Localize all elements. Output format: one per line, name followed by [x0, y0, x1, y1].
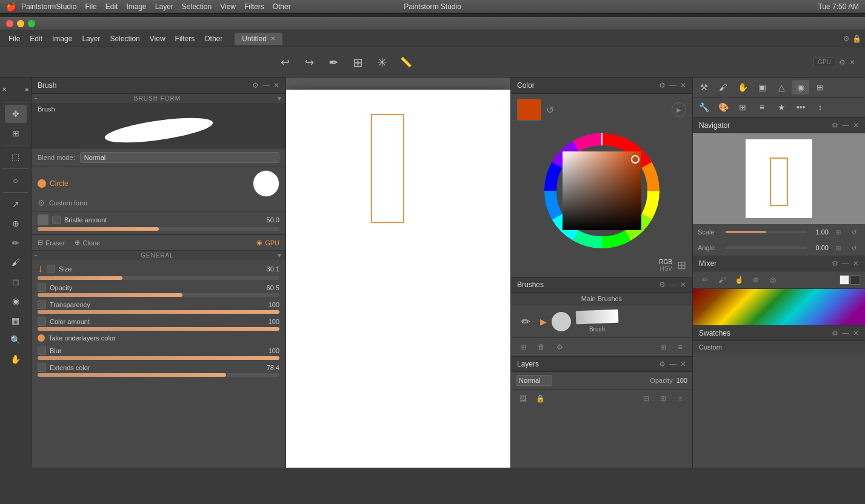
menu-layer-sys[interactable]: Layer — [155, 2, 173, 11]
layer-merge-visible[interactable]: ⊞ — [656, 392, 670, 405]
spray-button[interactable]: ✳ — [372, 53, 392, 72]
brush-panel-close[interactable]: ✕ — [273, 81, 279, 90]
angle-slider[interactable] — [726, 247, 807, 249]
scale-reset-btn[interactable]: ↺ — [848, 227, 860, 237]
mixer-finger-btn[interactable]: ☝ — [732, 274, 746, 286]
color-panel-close[interactable]: ✕ — [680, 81, 686, 90]
brush-item-pencil[interactable]: ✏ — [516, 312, 535, 331]
mixer-pencil-btn[interactable]: ✏ — [698, 274, 712, 286]
pencil-tool[interactable]: ✏ — [5, 234, 27, 252]
mixer-minimize[interactable]: — — [842, 259, 849, 268]
extends-slider[interactable] — [38, 373, 279, 377]
blend-mode-select[interactable]: Normal Multiply Screen Overlay — [80, 152, 279, 163]
mixer-settings[interactable]: ⚙ — [832, 259, 838, 268]
eraser-option[interactable]: ⊟ Eraser — [38, 239, 65, 247]
scale-slider[interactable] — [726, 231, 807, 233]
menu-selection[interactable]: Selection — [105, 33, 144, 45]
menu-view-sys[interactable]: View — [220, 2, 236, 11]
ruler-button[interactable]: 📏 — [396, 53, 416, 72]
minimize-button[interactable] — [17, 20, 24, 27]
layer-merge-down[interactable]: ⊟ — [639, 392, 653, 405]
layer-blend-select[interactable]: Normal Multiply — [516, 375, 552, 386]
menu-selection-sys[interactable]: Selection — [182, 2, 212, 11]
menu-filters[interactable]: Filters — [170, 33, 200, 45]
color-swatch[interactable] — [517, 99, 541, 121]
opacity-slider[interactable] — [38, 293, 279, 297]
apple-menu[interactable]: 🍎 — [6, 2, 16, 12]
menu-view[interactable]: View — [145, 33, 170, 45]
brushes-settings[interactable]: ⚙ — [659, 280, 666, 289]
mixer-pick-btn[interactable]: ◎ — [766, 274, 780, 286]
eraser-tool[interactable]: ◻ — [5, 273, 27, 291]
eyedropper-tool[interactable]: ⊕ — [5, 214, 27, 233]
layers-settings[interactable]: ⚙ — [659, 360, 666, 368]
color-wheel-svg[interactable] — [535, 124, 669, 257]
layers-minimize[interactable]: — — [669, 360, 676, 368]
menu-layer[interactable]: Layer — [77, 33, 105, 45]
extends-checkbox[interactable] — [38, 363, 46, 372]
undo-button[interactable]: ↩ — [275, 53, 295, 72]
clone-option[interactable]: ⊕ Clone — [75, 239, 100, 247]
brush-item-round[interactable] — [552, 312, 571, 331]
navigator-settings[interactable]: ⚙ — [832, 121, 838, 130]
canvas-area[interactable] — [286, 78, 510, 468]
fill-tool[interactable]: ◉ — [5, 292, 27, 310]
rt-shape-icon[interactable]: △ — [773, 80, 790, 94]
toolbar-close[interactable]: ✕ — [849, 58, 855, 67]
toolbar-settings[interactable]: ⚙ — [839, 58, 846, 67]
menu-file[interactable]: File — [4, 33, 25, 45]
layer-lock-icon[interactable]: 🔒 — [533, 392, 547, 405]
color-play-button[interactable]: ▶ — [672, 102, 686, 117]
menu-edit[interactable]: Edit — [25, 33, 47, 45]
custom-form-label[interactable]: Custom form — [49, 199, 87, 207]
angle-reset-btn[interactable]: ↺ — [848, 242, 860, 253]
select-rect-tool[interactable]: ⬚ — [5, 148, 27, 166]
navigator-minimize[interactable]: — — [842, 121, 849, 130]
menu-other[interactable]: Other — [199, 33, 227, 45]
brushes-delete[interactable]: 🗑 — [534, 340, 549, 354]
brushes-list-view[interactable]: ≡ — [673, 340, 687, 354]
maximize-button[interactable] — [28, 20, 35, 27]
transparency-checkbox[interactable] — [38, 300, 46, 309]
mixer-eyedrop-btn[interactable]: ⊕ — [749, 274, 763, 286]
opacity-checkbox[interactable] — [38, 284, 46, 292]
main-canvas[interactable] — [286, 90, 510, 468]
mixer-close[interactable]: ✕ — [853, 259, 859, 268]
swatches-close[interactable]: ✕ — [853, 329, 859, 337]
menu-other-sys[interactable]: Other — [273, 2, 291, 11]
take-underlayers-radio[interactable] — [38, 334, 45, 342]
mixer-canvas[interactable] — [693, 289, 865, 325]
general-minus[interactable]: − — [34, 252, 38, 259]
menu-image-sys[interactable]: Image — [126, 2, 146, 11]
rt-scroll-icon[interactable]: ↕ — [812, 100, 829, 114]
swatches-minimize[interactable]: — — [842, 329, 849, 337]
paint-brush-tool[interactable]: 🖌 — [5, 253, 27, 271]
circle-label[interactable]: Circle — [50, 179, 68, 188]
blur-checkbox[interactable] — [38, 346, 46, 355]
hsv-mode-label[interactable]: HSV — [660, 265, 672, 272]
toggle-panel-left[interactable]: ✕ — [0, 80, 15, 98]
color-amount-slider[interactable] — [38, 327, 279, 331]
zoom-tool[interactable]: 🔍 — [5, 331, 27, 349]
mixer-brush-btn[interactable]: 🖌 — [715, 274, 729, 286]
rt-bullet-icon[interactable]: ••• — [792, 100, 809, 114]
take-underlayers-row[interactable]: Take underlayers color — [32, 332, 286, 344]
layer-options[interactable]: ≡ — [673, 392, 687, 405]
rt-grid-icon[interactable]: ⊞ — [812, 80, 829, 94]
mixer-swatch-white[interactable] — [840, 275, 849, 285]
move-tool[interactable]: ✥ — [5, 105, 27, 123]
bristle-checkbox[interactable] — [52, 216, 61, 224]
navigator-preview[interactable] — [693, 133, 865, 224]
mixer-swatch-dark[interactable] — [850, 275, 860, 285]
brushes-close[interactable]: ✕ — [680, 280, 686, 289]
crop-tool[interactable]: ⊞ — [5, 124, 27, 142]
brushes-settings-btn[interactable]: ⚙ — [552, 340, 567, 354]
menu-image[interactable]: Image — [47, 33, 77, 45]
hand-tool[interactable]: ✋ — [5, 350, 27, 368]
lasso-tool[interactable]: ○ — [5, 171, 27, 190]
rt-list-icon[interactable]: ≡ — [753, 100, 770, 114]
tab-close-button[interactable]: ✕ — [270, 35, 275, 42]
brush-panel-settings[interactable]: ⚙ — [252, 81, 259, 90]
symmetry-button[interactable]: ⊞ — [348, 53, 367, 72]
bristle-slider[interactable] — [38, 227, 279, 231]
